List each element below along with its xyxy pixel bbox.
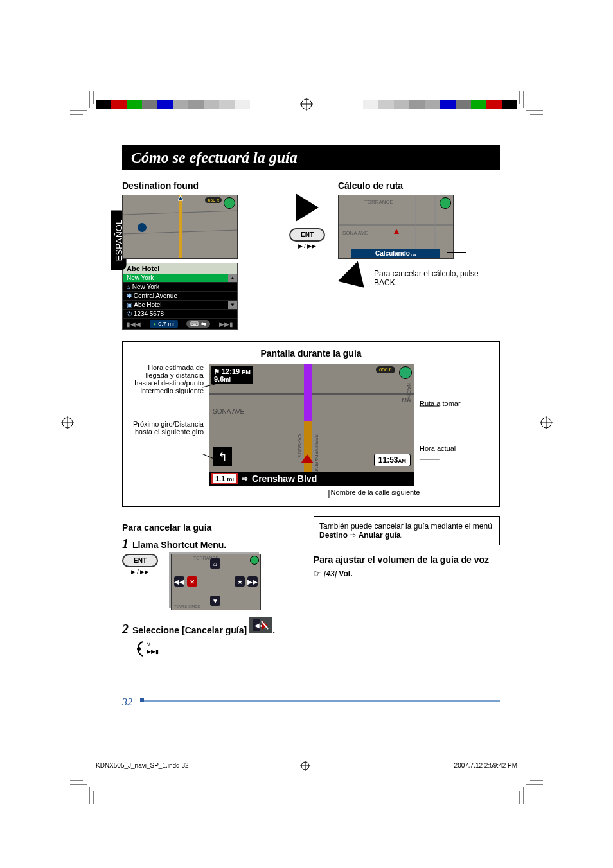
heading-route-calc: Cálculo de ruta (338, 181, 500, 191)
hud-clock: 11:53AM (374, 454, 411, 466)
ent-button-graphic: ENT ▶ / ▶▶ (122, 554, 158, 575)
keypad-icon: ⌨⇆ (186, 320, 210, 328)
menu-cancel-icon: ✕ (187, 576, 197, 587)
map-destination-result: 650 ft (122, 195, 238, 259)
dest-list-item: ⌂ New York (123, 283, 237, 292)
step-2-text: Seleccione [Cancelar guía] (132, 625, 247, 635)
menu-next-icon: ▶▶ (247, 576, 258, 587)
page-number: 32 (122, 696, 132, 708)
shortcut-menu-map: TORRANCE ◀◀ ✕ ★ ▶▶ ⌂ ▼ TOWNHOMES (171, 554, 261, 610)
heading-cancel-guide: Para cancelar la guía (122, 522, 302, 533)
registration-mark-right (540, 416, 553, 429)
guidance-screen-box: Pantalla durante la guía Hora estimada d… (122, 341, 500, 507)
registration-mark-left (61, 416, 74, 429)
info-note-box: También puede cancelar la guía mediante … (314, 516, 500, 545)
menu-star-icon: ★ (235, 576, 245, 587)
hud-eta: ⚑12:19PM 9.6mi (211, 366, 253, 384)
guidance-map: ⚑12:19PM 9.6mi 650 ft SONA AVE NADINE SE… (209, 364, 414, 486)
page-content: ESPAÑOL Cómo se efectuará la guía Destin… (122, 145, 500, 708)
heading-destination-found: Destination found (122, 181, 276, 191)
dest-list-item: ✱ Central Avenue (123, 292, 237, 301)
page-rule-tick (140, 698, 144, 702)
jog-dial-icon: ∨▶▶▮ (134, 639, 159, 665)
menu-down-icon: ▼ (210, 596, 220, 606)
label-next-turn: Próximo giro/Distancia hasta el siguient… (129, 420, 204, 436)
label-route: Ruta a tomar (420, 400, 472, 407)
volume-reference: ☞[43] Vol. (314, 569, 500, 578)
car-icon (301, 454, 314, 463)
label-clock: Hora actual (420, 445, 472, 452)
guidance-box-title: Pantalla durante la guía (129, 348, 493, 359)
colorbar-left (96, 100, 250, 109)
arrow-right-icon (296, 193, 319, 222)
dest-list-title: Abc Hotel (123, 263, 237, 274)
crop-mark (70, 91, 96, 117)
ent-button-graphic: ENT ▶ / ▶▶ (289, 228, 325, 249)
map-text-sepulveda: SEPULVEDA BLVD (314, 434, 319, 474)
step-1-text: Llama Shortcut Menu. (132, 540, 226, 550)
registration-mark-top (300, 98, 313, 111)
label-eta: Hora estimada de llegada y distancia has… (129, 364, 204, 394)
dest-list-item: ✆ 1234 5678 (123, 310, 237, 319)
compass-icon (250, 556, 259, 565)
menu-home-icon: ⌂ (210, 558, 220, 569)
calc-cancel-text: Para cancelar el cálculo, pulse BACK. (374, 269, 500, 294)
arrow-down-right-icon (338, 261, 375, 298)
dest-distance: ▸ 0.7 mi (150, 320, 178, 328)
step-number-1: 1 (122, 536, 129, 551)
page-rule (140, 700, 500, 702)
dest-list-item: New York▲ (123, 274, 237, 283)
prev-icon: ▮◀◀ (127, 321, 141, 328)
registration-mark-bottom (300, 761, 310, 771)
crop-mark (517, 778, 543, 804)
crop-mark (517, 91, 543, 117)
heading-volume-adjust: Para ajustar el volumen de la guía de vo… (314, 554, 500, 565)
turn-arrow-icon: ↰ (213, 447, 232, 466)
compass-icon (399, 366, 412, 379)
map-calculating: TORRANCE SONA AVE Calculando… (338, 195, 454, 259)
svg-point-28 (138, 223, 147, 232)
scroll-up-icon: ▲ (228, 274, 237, 282)
map-text-ma: MA (402, 397, 411, 403)
scroll-down-icon: ▼ (228, 301, 237, 309)
next-icon: ▶▶▮ (219, 321, 233, 328)
next-street-name: Crenshaw Blvd (252, 474, 317, 484)
pointer-icon: ☞ (314, 569, 321, 578)
hud-bottom-bar: 1.1 mi ⇨ Crenshaw Blvd (209, 472, 414, 486)
dest-list-item: ▣ Abc Hotel▼ (123, 301, 237, 310)
footer-timestamp: 2007.7.12 2:59:42 PM (454, 762, 517, 769)
footer-filename: KDNX505_J_navi_SP_1.indd 32 (96, 762, 189, 769)
svg-text:▶▶▮: ▶▶▮ (147, 648, 159, 655)
destination-list: Abc Hotel New York▲ ⌂ New York ✱ Central… (122, 263, 238, 330)
scale-badge: 650 ft (376, 366, 395, 373)
map-text-sona: SONA AVE (213, 409, 244, 415)
label-next-street: Nombre de la calle siguiente (258, 488, 493, 496)
cancel-guide-icon: ◀◀ (249, 617, 272, 633)
page-title: Cómo se efectuará la guía (122, 145, 500, 170)
crop-mark (70, 778, 96, 804)
calculating-bar: Calculando… (351, 249, 440, 258)
svg-text:∨: ∨ (147, 641, 151, 648)
step-number-2: 2 (122, 622, 129, 637)
menu-prev-icon: ◀◀ (174, 576, 184, 587)
colorbar-right (363, 100, 517, 109)
